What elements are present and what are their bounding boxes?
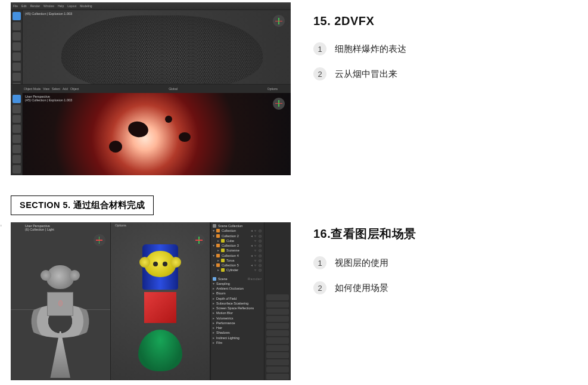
outliner-item[interactable]: ▾Collection 4◂ ▿ ◎ [213, 253, 262, 258]
properties-section[interactable]: ▸Subsurface Scattering [213, 301, 262, 306]
prop-tab-render-icon[interactable] [266, 294, 289, 300]
outliner-item[interactable]: ▸Cylinder▿ ◎ [213, 268, 262, 272]
tool-cursor-icon[interactable] [13, 22, 21, 30]
menu-edit[interactable]: Edit [21, 4, 27, 8]
tool-measure-icon[interactable] [13, 165, 21, 173]
lesson-step: 2 如何使用场景 [313, 281, 588, 294]
tool-transform-icon[interactable] [13, 63, 21, 71]
menu-help[interactable]: Help [58, 4, 64, 8]
prop-tab-particles-icon[interactable] [266, 345, 289, 351]
properties-section[interactable]: ▸Shadows [213, 330, 262, 335]
tool-rotate-icon[interactable] [13, 125, 21, 133]
orientation-dropdown[interactable]: Global [169, 87, 177, 91]
tool-move-icon[interactable] [13, 32, 21, 41]
collection-icon [216, 244, 220, 247]
options-dropdown[interactable]: Options [115, 223, 126, 227]
mode-dropdown[interactable]: Object Mode [24, 87, 41, 91]
outliner-item[interactable]: ▸Suzanne▿ ◎ [213, 248, 262, 253]
outliner-item[interactable]: ▾Collection◂ ▿ ◎ [213, 228, 262, 233]
tool-cursor-icon[interactable] [13, 105, 21, 113]
nav-gizmo-icon[interactable] [91, 232, 108, 249]
section-title: 通过组合材料完成 [73, 200, 145, 210]
menu-view[interactable]: View [43, 87, 49, 91]
outliner-root[interactable]: Scene Collection [213, 223, 262, 228]
viewport-overlay-text: (45) Collection | Explosion 1.003 [25, 12, 72, 15]
tool-transform-icon[interactable] [13, 145, 21, 153]
properties-header[interactable]: SceneRender [213, 277, 262, 281]
nav-gizmo-icon[interactable] [191, 232, 207, 249]
outliner-item[interactable]: ▸Cube▿ ◎ [213, 238, 262, 243]
outliner-item[interactable]: ▸Torus▿ ◎ [213, 258, 262, 263]
viewport-rendered[interactable]: User Perspective (45) Collection | Explo… [11, 93, 291, 175]
explosion-mesh-wireframe [61, 15, 263, 93]
step-number-badge: 1 [313, 256, 326, 269]
properties-section[interactable]: ▸Volumetrics [213, 316, 262, 321]
nav-gizmo-icon[interactable] [270, 13, 287, 29]
collection-icon [216, 229, 220, 232]
prop-tab-scene-icon[interactable] [266, 316, 289, 322]
step-text: 细胞样爆炸的表达 [335, 44, 406, 55]
tool-annotate-icon[interactable] [13, 155, 21, 163]
explosion-dark-spot [127, 120, 150, 139]
lesson-step: 1 视图层的使用 [313, 256, 588, 269]
menu-window[interactable]: Window [43, 4, 54, 8]
properties-section[interactable]: ▸Indirect Lighting [213, 336, 262, 340]
step-number-badge: 2 [313, 281, 326, 294]
tool-scale-icon[interactable] [13, 135, 21, 143]
step-number-badge: 2 [313, 67, 326, 80]
prop-tab-world-icon[interactable] [266, 323, 289, 329]
tool-select-icon[interactable] [13, 95, 21, 103]
prop-tab-data-icon[interactable] [266, 367, 289, 372]
tool-rotate-icon[interactable] [13, 42, 21, 51]
nav-gizmo-icon[interactable] [270, 95, 287, 112]
viewport-overlay-text-lower: User Perspective (45) Collection | Explo… [25, 95, 72, 102]
suzanne-eye-icon [153, 262, 158, 266]
mesh-cone-green [138, 330, 182, 371]
properties-section[interactable]: ▸Ambient Occlusion [213, 286, 262, 291]
outliner-panel[interactable]: Scene Collection ▾Collection◂ ▿ ◎ ▾Colle… [210, 222, 264, 380]
explosion-dark-spot [165, 116, 172, 123]
prop-tab-physics-icon[interactable] [266, 352, 289, 358]
properties-section[interactable]: ▸Hair [213, 325, 262, 330]
properties-section[interactable]: ▸Performance [213, 321, 262, 325]
properties-section[interactable]: ▸Film [213, 340, 262, 345]
scene-icon [213, 277, 216, 281]
menu-file[interactable]: File [13, 4, 18, 8]
mesh-cube [47, 292, 73, 316]
properties-section[interactable]: ▸Motion Blur [213, 311, 262, 315]
menu-add[interactable]: Add [63, 87, 68, 91]
menu-object[interactable]: Object [70, 87, 79, 91]
tool-annotate-icon[interactable] [13, 73, 21, 81]
viewport-clay[interactable]: Options User Perspective (6) Collection … [11, 222, 111, 380]
options-dropdown[interactable]: Options [0, 223, 2, 227]
outliner-item[interactable]: ▾Collection 3◂ ▿ ◎ [213, 243, 262, 248]
viewport-wireframe[interactable]: (45) Collection | Explosion 1.003 [11, 10, 291, 92]
tab-modeling[interactable]: Modeling [80, 4, 92, 8]
properties-section[interactable]: ▸Depth of Field [213, 296, 262, 301]
outliner-item[interactable]: ▾Collection 5◂ ▿ ◎ [213, 263, 262, 268]
collection-icon [216, 254, 220, 257]
properties-section[interactable]: ▸Screen Space Reflections [213, 306, 262, 311]
lesson-step: 1 细胞样爆炸的表达 [313, 42, 588, 55]
menu-render[interactable]: Render [30, 4, 40, 8]
viewport-material[interactable]: Options [111, 222, 211, 380]
properties-section[interactable]: ▸Bloom [213, 291, 262, 296]
section-5-heading: SECTION 5. 通过组合材料完成 [11, 195, 154, 215]
tool-scale-icon[interactable] [13, 52, 21, 61]
mesh-icon [221, 259, 225, 262]
prop-tab-object-icon[interactable] [266, 330, 289, 336]
tool-move-icon[interactable] [13, 115, 21, 123]
prop-tab-viewlayer-icon[interactable] [266, 309, 289, 315]
prop-tab-modifier-icon[interactable] [266, 337, 289, 343]
prop-tab-output-icon[interactable] [266, 302, 289, 308]
outliner-item[interactable]: ▾Collection 2◂ ▿ ◎ [213, 234, 262, 238]
prop-tab-constraints-icon[interactable] [266, 359, 289, 365]
blender-top-menubar: File Edit Render Window Help Layout Mode… [11, 2, 291, 10]
properties-section[interactable]: ▾Sampling [213, 281, 262, 286]
tab-layout[interactable]: Layout [67, 4, 76, 8]
tool-select-icon[interactable] [13, 12, 21, 20]
menu-select[interactable]: Select [52, 87, 60, 91]
lesson-15-text: 15. 2DVFX 1 细胞样爆炸的表达 2 云从烟中冒出来 [313, 0, 588, 92]
options-dropdown[interactable]: Options [267, 87, 278, 91]
prop-tab-material-icon[interactable] [266, 374, 289, 380]
